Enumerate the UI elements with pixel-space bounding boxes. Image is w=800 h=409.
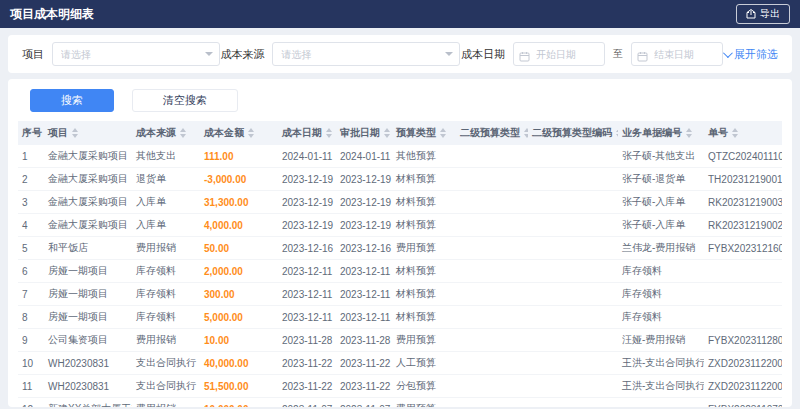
table-header-row: 序号项目成本来源成本金额成本日期审批日期预算类型二级预算类型二级预算类型编码业务… [18,121,782,145]
cell-secondary-budget-type [456,398,528,408]
cell-cost-amount: 51,500.00 [200,375,278,398]
expand-filter-link[interactable]: 展开筛选 [723,47,778,62]
column-header-doc-no[interactable]: 单号 [704,121,782,145]
table-row[interactable]: 4金融大厦采购项目入库单4,000.002023-12-192023-12-19… [18,214,782,237]
sort-icon[interactable] [180,128,186,138]
column-header-secondary-budget-type[interactable]: 二级预算类型 [456,121,528,145]
cell-project: 和平饭店 [44,237,132,260]
column-label: 单号 [708,126,728,140]
project-select-input[interactable] [52,42,220,66]
cell-secondary-budget-type [456,237,528,260]
cell-approval-date: 2023-12-19 [336,214,392,237]
cell-business-doc-no [618,398,704,408]
cost-source-select-input[interactable] [272,42,460,66]
export-button-label: 导出 [760,7,780,21]
column-header-budget-type[interactable]: 预算类型 [392,121,456,145]
cell-secondary-budget-type [456,306,528,329]
date-range-separator: 至 [613,47,623,61]
table-row[interactable]: 8房娅一期项目库存领料5,000.002023-12-112023-12-11材… [18,306,782,329]
cell-cost-source: 库存领料 [132,306,200,329]
cell-business-doc-no: 张子硕-退货单 [618,168,704,191]
column-label: 预算类型 [396,126,436,140]
column-header-cost-amount[interactable]: 成本金额 [200,121,278,145]
column-header-secondary-budget-code[interactable]: 二级预算类型编码 [528,121,618,145]
column-label: 二级预算类型编码 [532,126,612,140]
cell-business-doc-no: 兰伟龙-费用报销 [618,237,704,260]
cell-cost-source: 费用报销 [132,329,200,352]
sort-icon[interactable] [326,128,332,138]
cell-project: WH20230831 [44,352,132,375]
cell-doc-no [704,260,782,283]
cell-approval-date: 2023-11-07 [336,398,392,408]
sort-icon[interactable] [248,128,254,138]
column-header-business-doc-no[interactable]: 业务单据编号 [618,121,704,145]
cell-approval-date: 2023-12-16 [336,237,392,260]
cell-budget-type: 材料预算 [392,283,456,306]
table-row[interactable]: 6房娅一期项目库存领料2,000.002023-12-112023-12-11材… [18,260,782,283]
cell-cost-source: 入库单 [132,191,200,214]
sort-icon[interactable] [384,128,390,138]
column-label: 二级预算类型 [460,126,520,140]
cell-approval-date: 2023-12-11 [336,260,392,283]
column-header-cost-date[interactable]: 成本日期 [278,121,336,145]
export-button[interactable]: 导出 [736,4,790,24]
cell-index: 12 [18,398,44,408]
cell-secondary-budget-code [528,306,618,329]
cell-business-doc-no: 库存领料 [618,260,704,283]
calendar-icon [637,48,648,66]
cell-budget-type: 费用预算 [392,398,456,408]
cell-cost-date: 2023-11-28 [278,329,336,352]
table-row[interactable]: 7房娅一期项目库存领料300.002023-12-112023-12-11材料预… [18,283,782,306]
table-row[interactable]: 1金融大厦采购项目其他支出111.002024-01-112024-01-11其… [18,145,782,168]
table-row[interactable]: 5和平饭店费用报销50.002023-12-162023-12-16费用预算兰伟… [18,237,782,260]
date-start-field[interactable] [513,42,605,66]
cell-doc-no: FYBX20231216001 [704,237,782,260]
sort-icon[interactable] [616,128,618,138]
cell-project: 房娅一期项目 [44,306,132,329]
export-icon [746,9,756,19]
clear-search-button[interactable]: 清空搜索 [132,89,238,112]
sort-icon[interactable] [686,128,692,138]
table-row[interactable]: 10WH20230831支出合同执行40,000.002023-11-22202… [18,352,782,375]
cell-index: 4 [18,214,44,237]
cell-index: 2 [18,168,44,191]
cell-cost-source: 库存领料 [132,283,200,306]
table-row[interactable]: 3金融大厦采购项目入库单31,300.002023-12-192023-12-1… [18,191,782,214]
cell-secondary-budget-type [456,191,528,214]
table-row[interactable]: 11WH20230831支出合同执行51,500.002023-11-22202… [18,375,782,398]
cell-secondary-budget-type [456,214,528,237]
search-button[interactable]: 搜索 [30,89,114,112]
column-label: 业务单据编号 [622,126,682,140]
cell-cost-date: 2023-12-19 [278,214,336,237]
column-header-cost-source[interactable]: 成本来源 [132,121,200,145]
cell-doc-no: FYBX20231128001 [704,329,782,352]
column-header-project[interactable]: 项目 [44,121,132,145]
cell-project: 房娅一期项目 [44,283,132,306]
cell-index: 10 [18,352,44,375]
table-row[interactable]: 2金融大厦采购项目退货单-3,000.002023-12-192023-12-1… [18,168,782,191]
cell-secondary-budget-code [528,191,618,214]
cell-budget-type: 材料预算 [392,191,456,214]
table-row[interactable]: 9公司集资项目费用报销10.002023-11-282023-11-28费用预算… [18,329,782,352]
sort-icon[interactable] [440,128,446,138]
cell-approval-date: 2023-12-11 [336,283,392,306]
column-label: 成本来源 [136,126,176,140]
cost-source-filter-label: 成本来源 [220,47,264,62]
cell-business-doc-no: 库存领料 [618,283,704,306]
sort-icon[interactable] [72,128,78,138]
project-select[interactable] [52,42,220,66]
chevron-down-icon [445,52,453,56]
date-end-field[interactable] [631,42,723,66]
cell-budget-type: 分包预算 [392,375,456,398]
sort-icon[interactable] [732,128,738,138]
cell-index: 6 [18,260,44,283]
cost-source-select[interactable] [272,42,460,66]
sort-icon[interactable] [524,128,528,138]
cell-index: 9 [18,329,44,352]
cell-doc-no [704,306,782,329]
table-row[interactable]: 12新建XX总部大厦工程二期费用报销10,000.002023-11-07202… [18,398,782,408]
cell-cost-amount: 40,000.00 [200,352,278,375]
cell-project: 公司集资项目 [44,329,132,352]
column-header-approval-date[interactable]: 审批日期 [336,121,392,145]
cell-secondary-budget-code [528,237,618,260]
